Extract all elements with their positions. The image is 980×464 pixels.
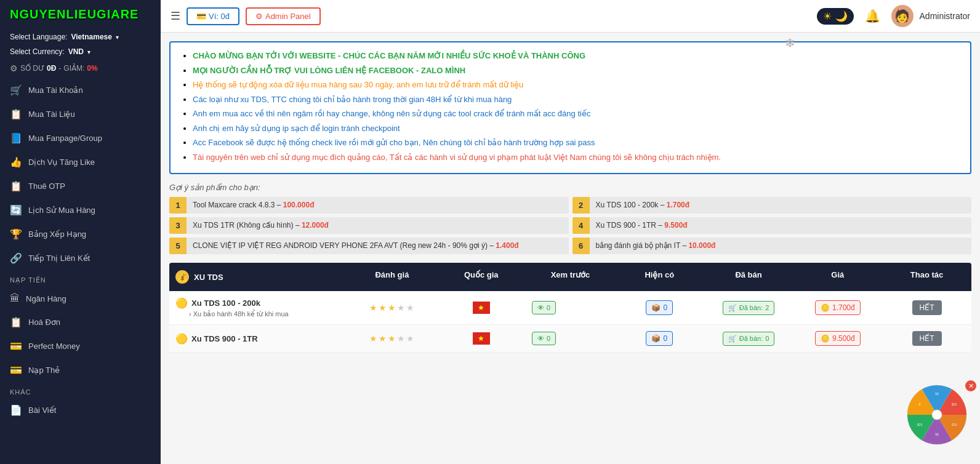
sidebar-item-bai-viet[interactable]: 📄 Bài Viết xyxy=(0,398,161,422)
svg-text:$15: $15 xyxy=(917,423,923,426)
suggestion-text-4: Xu TDS 900 - 1TR – 9.500đ xyxy=(590,217,972,233)
currency-selector[interactable]: Select Currency: VND ▾ xyxy=(0,45,161,58)
sidebar-item-nap-the[interactable]: 💳 Nạp Thẻ xyxy=(0,358,161,382)
xu-tds-icon: 💰 xyxy=(175,270,189,284)
table-body: 🟡 Xu TDS 100 - 200k › Xu bảo hành 48h kể… xyxy=(169,291,971,353)
th-thao-tac: Thao tác xyxy=(882,263,971,291)
discount-value: 0% xyxy=(87,64,97,73)
suggestion-item-5[interactable]: 5 CLONE VIỆT IP VIỆT REG ANDROID VERY PH… xyxy=(169,238,569,254)
preview-button-2[interactable]: 👁 0 xyxy=(532,332,556,345)
topbar: ☰ 💳 Ví: 0đ ⚙ Admin Panel ☀ 🌙 ❄ 🔔 🧑 Admin… xyxy=(161,0,980,33)
sidebar-item-label: Bảng Xếp Hạng xyxy=(28,230,86,239)
product-sold-1: 🛒 Đã bán: 2 xyxy=(704,295,793,321)
balance-label: SỐ DƯ xyxy=(20,64,44,73)
stock-badge-1: 📦 0 xyxy=(646,300,673,315)
svg-text:53: 53 xyxy=(935,392,939,396)
svg-text:9: 9 xyxy=(919,402,921,406)
price-badge-2: 🪙 9.500đ xyxy=(815,331,861,346)
sidebar-item-tiep-thi[interactable]: 🔗 Tiếp Thị Liên Kết xyxy=(0,246,161,270)
sidebar-item-mua-tai-lieu[interactable]: 📋 Mua Tài Liệu xyxy=(0,102,161,126)
svg-point-1 xyxy=(932,410,942,420)
suggestion-item-1[interactable]: 1 Tool Maxcare crack 4.8.3 – 100.000đ xyxy=(169,197,569,214)
product-preview-1[interactable]: 👁 0 xyxy=(526,295,615,321)
currency-dropdown-icon: ▾ xyxy=(87,49,90,55)
wallet-label: Ví: 0đ xyxy=(209,12,230,21)
product-sold-2: 🛒 Đã bán: 0 xyxy=(704,326,793,352)
th-hien-co: Hiện có xyxy=(615,263,704,291)
like-icon: 👍 xyxy=(10,156,22,168)
svg-text:$15: $15 xyxy=(952,402,957,406)
sidebar-item-hoa-don[interactable]: 📋 Hoá Đơn xyxy=(0,310,161,334)
facebook-icon: 📘 xyxy=(10,132,22,144)
suggestion-text-5: CLONE VIỆT IP VIỆT REG ANDROID VERY PHON… xyxy=(187,238,569,254)
sidebar-item-label: Hoá Đơn xyxy=(28,318,60,327)
currency-label: Select Currency: xyxy=(10,47,65,56)
document-icon: 📋 xyxy=(10,108,22,120)
product-preview-2[interactable]: 👁 0 xyxy=(526,326,615,351)
suggestion-num-1: 1 xyxy=(169,197,187,214)
logo-text: NGUYENLIEUGIARE xyxy=(10,7,139,21)
sidebar-item-dich-vu-tang-like[interactable]: 👍 Dịch Vụ Tăng Like xyxy=(0,150,161,174)
language-selector[interactable]: Select Language: Vietnamese ▾ xyxy=(0,29,161,45)
otp-icon: 📋 xyxy=(10,180,22,192)
product-icon-2: 🟡 xyxy=(175,333,188,345)
spin-wheel-svg[interactable]: $15 53 9 $15 55 015 xyxy=(906,384,968,446)
suggestion-num-2: 2 xyxy=(572,197,590,214)
product-icon-1: 🟡 xyxy=(175,297,188,309)
sidebar-item-label: Thuê OTP xyxy=(28,182,65,191)
sidebar-item-thue-otp[interactable]: 📋 Thuê OTP xyxy=(0,174,161,198)
th-quoc-gia: Quốc gia xyxy=(436,263,526,291)
sidebar-item-bang-xep-hang[interactable]: 🏆 Bảng Xếp Hạng xyxy=(0,222,161,246)
stock-icon-2: 📦 xyxy=(651,334,661,343)
moon-icon: 🌙 xyxy=(835,10,848,22)
suggestion-num-4: 4 xyxy=(572,217,590,234)
sidebar-item-label: Nạp Thẻ xyxy=(28,366,60,375)
product-action-1[interactable]: HẾT xyxy=(882,294,971,321)
suggestion-text-6: bảng đánh giá bộ phận IT – 10.000đ xyxy=(590,238,972,254)
th-xu-tds-label: XU TDS xyxy=(194,273,223,282)
suggestions-title: Gợi ý sản phẩm cho bạn: xyxy=(169,183,971,192)
th-xem-truoc: Xem trước xyxy=(526,263,615,291)
sidebar-item-lich-su[interactable]: 🔄 Lịch Sử Mua Hàng xyxy=(0,198,161,222)
spin-wheel-close-button[interactable]: ✕ xyxy=(965,380,976,391)
th-da-ban: Đã bán xyxy=(704,263,793,291)
suggestion-num-3: 3 xyxy=(169,217,187,234)
balance-separator: - xyxy=(58,64,61,73)
language-dropdown-icon: ▾ xyxy=(116,34,119,41)
card-icon: 💳 xyxy=(10,364,22,376)
notice-item-6: Anh chị em hãy sử dụng ip sạch để login … xyxy=(193,122,959,135)
spin-wheel[interactable]: ✕ $15 53 9 $15 55 015 xyxy=(906,384,974,452)
sidebar-item-label: Lịch Sử Mua Hàng xyxy=(28,206,95,215)
bell-icon[interactable]: 🔔 xyxy=(865,9,880,23)
buy-button-2[interactable]: HẾT xyxy=(912,331,942,346)
suggestion-item-3[interactable]: 3 Xu TDS 1TR (Không cấu hình) – 12.000đ xyxy=(169,217,569,234)
sidebar-item-perfect-money[interactable]: 💳 Perfect Money xyxy=(0,334,161,358)
khac-section-title: KHÁC xyxy=(0,382,161,398)
sidebar-item-mua-tai-khoan[interactable]: 🛒 Mua Tài Khoản xyxy=(0,78,161,102)
product-stock-2: 📦 0 xyxy=(615,325,704,352)
hamburger-icon[interactable]: ☰ xyxy=(171,9,180,23)
price-badge-1: 🪙 1.700đ xyxy=(815,300,861,315)
sidebar-item-ngan-hang[interactable]: 🏛 Ngân Hàng xyxy=(0,287,161,310)
sidebar-item-mua-fanpage[interactable]: 📘 Mua Fanpage/Group xyxy=(0,126,161,150)
buy-button-1[interactable]: HẾT xyxy=(912,300,942,315)
suggestion-text-1: Tool Maxcare crack 4.8.3 – 100.000đ xyxy=(187,197,569,213)
theme-toggle[interactable]: ☀ 🌙 xyxy=(817,8,854,25)
th-gia: Giá xyxy=(793,263,882,291)
wallet-button[interactable]: 💳 Ví: 0đ xyxy=(187,7,239,25)
suggestion-item-4[interactable]: 4 Xu TDS 900 - 1TR – 9.500đ xyxy=(572,217,972,234)
suggestion-item-2[interactable]: 2 Xu TDS 100 - 200k – 1.700đ xyxy=(572,197,972,214)
sidebar-item-label: Bài Viết xyxy=(28,406,56,415)
product-action-2[interactable]: HẾT xyxy=(882,325,971,352)
suggestion-num-6: 6 xyxy=(572,238,590,254)
product-name-1: Xu TDS 100 - 200k xyxy=(191,298,260,308)
product-name-cell-2: 🟡 Xu TDS 900 - 1TR xyxy=(169,327,348,351)
avatar: 🧑 xyxy=(891,5,914,27)
eye-icon-2: 👁 xyxy=(537,335,544,342)
preview-button-1[interactable]: 👁 0 xyxy=(532,301,556,314)
suggestion-item-6[interactable]: 6 bảng đánh giá bộ phận IT – 10.000đ xyxy=(572,238,972,254)
sidebar-item-label: Mua Fanpage/Group xyxy=(28,134,102,143)
suggestion-text-3: Xu TDS 1TR (Không cấu hình) – 12.000đ xyxy=(187,217,569,233)
notice-item-4: Các loại như xu TDS, TTC chúng tôi chỉ b… xyxy=(193,94,959,106)
admin-panel-button[interactable]: ⚙ Admin Panel xyxy=(246,7,321,25)
